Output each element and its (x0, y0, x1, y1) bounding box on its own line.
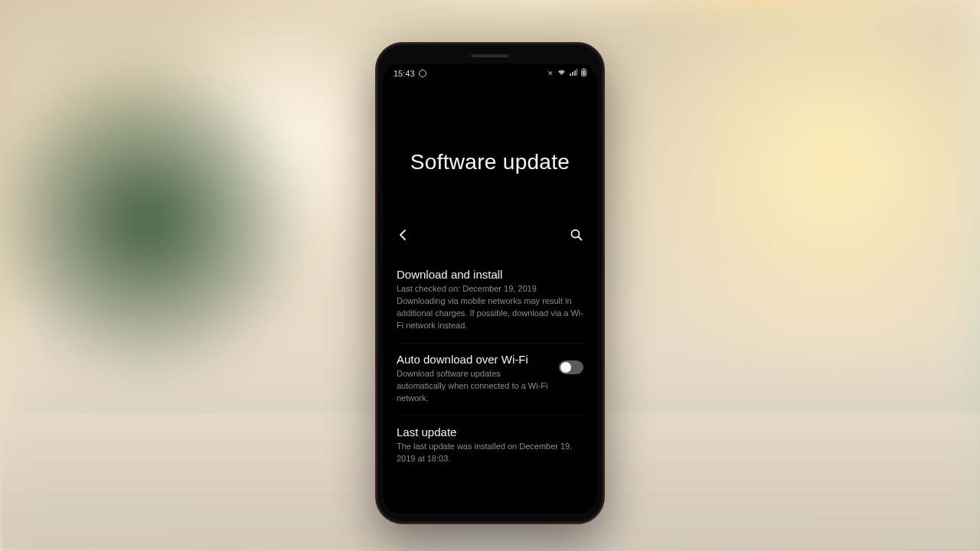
search-icon (570, 228, 583, 242)
wifi-icon (557, 69, 566, 77)
svg-line-4 (579, 237, 582, 240)
download-last-checked: Last checked on: December 19, 2019 (397, 283, 583, 295)
toolbar (383, 228, 597, 242)
download-warning: Downloading via mobile networks may resu… (397, 295, 583, 332)
chevron-left-icon (397, 228, 410, 242)
search-button[interactable] (570, 228, 583, 242)
auto-download-toggle[interactable] (559, 360, 583, 374)
auto-download-item[interactable]: Auto download over Wi-Fi Download softwa… (397, 344, 583, 416)
vibrate-icon: ✕ (547, 70, 554, 77)
battery-icon (581, 68, 586, 78)
back-button[interactable] (397, 228, 410, 242)
page-title: Software update (383, 150, 597, 174)
last-update-item[interactable]: Last update The last update was installe… (397, 416, 583, 476)
phone-screen: 15:43 ✕ Software update (383, 64, 597, 514)
auto-download-desc: Download software updates automatically … (397, 368, 550, 405)
download-and-install-item[interactable]: Download and install Last checked on: De… (397, 259, 583, 344)
earpiece (471, 54, 509, 57)
settings-list: Download and install Last checked on: De… (383, 259, 597, 475)
status-bar: 15:43 ✕ (383, 64, 597, 81)
toggle-knob (560, 362, 571, 373)
signal-icon (570, 69, 577, 77)
alarm-icon (419, 70, 426, 77)
download-title: Download and install (397, 268, 583, 281)
svg-rect-1 (583, 68, 585, 70)
auto-download-title: Auto download over Wi-Fi (397, 353, 550, 366)
svg-rect-2 (583, 70, 586, 76)
last-update-title: Last update (397, 425, 583, 439)
status-time: 15:43 (394, 69, 415, 78)
last-update-desc: The last update was installed on Decembe… (397, 441, 583, 465)
phone-frame: 15:43 ✕ Software update (375, 42, 605, 524)
